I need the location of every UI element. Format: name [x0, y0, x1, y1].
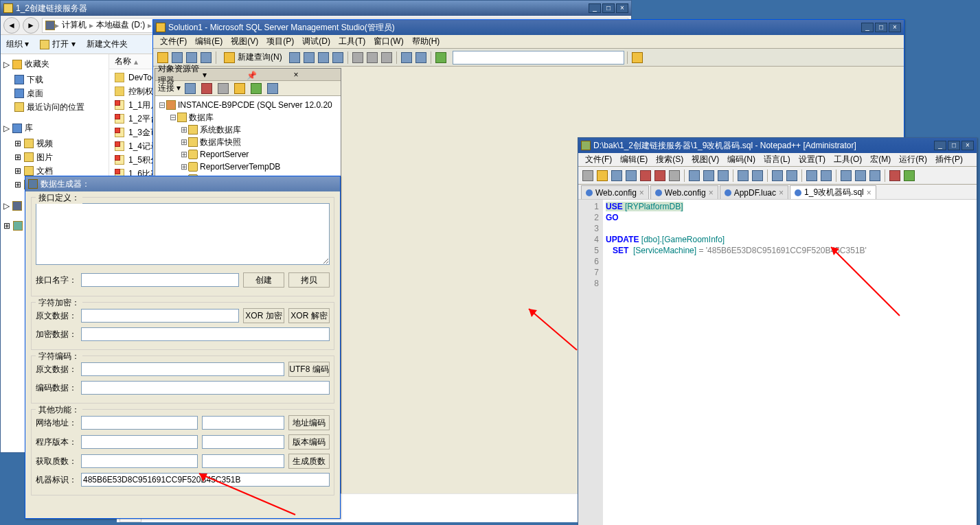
- explorer-titlebar[interactable]: 1_2创建链接服务器 _ □ ×: [1, 1, 631, 16]
- pin-icon[interactable]: 📌: [247, 71, 291, 79]
- editor-tab[interactable]: Web.config×: [650, 185, 718, 199]
- copy-icon[interactable]: [365, 51, 379, 65]
- editor-tab[interactable]: Web.config×: [581, 185, 649, 199]
- close-button[interactable]: ×: [961, 141, 974, 150]
- expand-icon[interactable]: ⊟: [158, 99, 166, 111]
- fav-desktop[interactable]: 桌面: [3, 86, 106, 100]
- maximize-button[interactable]: □: [602, 3, 615, 13]
- close-button[interactable]: ×: [616, 3, 628, 13]
- plain2-input[interactable]: [81, 362, 284, 376]
- wordwrap-icon[interactable]: [839, 169, 853, 183]
- minimize-button[interactable]: _: [589, 3, 601, 13]
- maximize-button[interactable]: □: [875, 23, 887, 32]
- menu-view[interactable]: 视图(V): [227, 34, 262, 49]
- save-icon[interactable]: [185, 51, 198, 65]
- closeall-icon[interactable]: [653, 169, 667, 183]
- interface-textarea[interactable]: [36, 203, 330, 265]
- replace-icon[interactable]: [785, 169, 799, 183]
- menu-project[interactable]: 项目(P): [262, 34, 298, 49]
- encoded-input[interactable]: [81, 381, 330, 395]
- snapshots-node[interactable]: 数据库快照: [200, 136, 241, 148]
- dropdown-icon[interactable]: ▾: [203, 70, 247, 80]
- open-icon[interactable]: [170, 51, 184, 65]
- menu-settings[interactable]: 设置(T): [795, 152, 830, 167]
- menu-edit[interactable]: 编辑(E): [191, 34, 227, 49]
- close-panel-icon[interactable]: ×: [294, 70, 339, 80]
- prime-button[interactable]: 生成质数: [288, 454, 330, 469]
- sysdb-node[interactable]: 系统数据库: [200, 124, 241, 136]
- expand-icon[interactable]: ⊞: [180, 148, 188, 161]
- saveall-icon[interactable]: [624, 169, 638, 183]
- cut-icon[interactable]: [687, 169, 701, 183]
- filter-icon[interactable]: [233, 82, 247, 95]
- analysis-query-icon[interactable]: [302, 51, 316, 65]
- back-button[interactable]: ◄: [3, 17, 20, 34]
- new-project-icon[interactable]: [156, 51, 170, 65]
- version-input[interactable]: [81, 435, 198, 449]
- server-node[interactable]: INSTANCE-B9PCDE (SQL Server 12.0.20: [178, 99, 332, 111]
- tab-close-icon[interactable]: ×: [709, 188, 714, 198]
- tab-close-icon[interactable]: ×: [779, 188, 784, 198]
- menu-encoding[interactable]: 编码(N): [723, 152, 760, 167]
- crumb-computer[interactable]: 计算机: [59, 19, 89, 31]
- new-query-button[interactable]: 新建查询(N): [219, 51, 287, 65]
- url-input[interactable]: [81, 416, 198, 430]
- db-reportserver[interactable]: ReportServer: [200, 148, 249, 161]
- ssms-titlebar[interactable]: Solution1 - Microsoft SQL Server Managem…: [153, 20, 904, 35]
- crumb-drive[interactable]: 本地磁盘 (D:): [93, 19, 148, 31]
- play-icon[interactable]: [902, 169, 916, 183]
- minimize-button[interactable]: _: [861, 23, 874, 32]
- version-out-input[interactable]: [202, 435, 284, 449]
- menu-tools[interactable]: 工具(T): [334, 34, 369, 49]
- fav-recent[interactable]: 最近访问的位置: [3, 100, 106, 114]
- print-icon[interactable]: [668, 169, 681, 183]
- xor-encrypt-button[interactable]: XOR 加密: [243, 308, 284, 323]
- undo-icon[interactable]: [400, 51, 413, 65]
- expand-icon[interactable]: ⊞: [180, 136, 188, 148]
- paste-icon[interactable]: [716, 169, 730, 183]
- version-encode-button[interactable]: 版本编码: [288, 434, 330, 450]
- libraries-header[interactable]: 库: [25, 122, 33, 134]
- menu-window[interactable]: 窗口(W): [369, 34, 407, 49]
- menu-run[interactable]: 运行(R): [895, 152, 931, 167]
- redo-icon[interactable]: [751, 169, 764, 183]
- organize-button[interactable]: 组织 ▾: [6, 38, 29, 50]
- stop-icon[interactable]: [216, 82, 230, 95]
- undo-icon[interactable]: [736, 169, 750, 183]
- prime-input[interactable]: [81, 454, 198, 468]
- datagen-titlebar[interactable]: 数据生成器：: [25, 176, 340, 191]
- tab-close-icon[interactable]: ×: [639, 188, 644, 198]
- menu-file[interactable]: 文件(F): [156, 34, 191, 49]
- menu-debug[interactable]: 调试(D): [298, 34, 334, 49]
- connect-icon[interactable]: [183, 82, 197, 95]
- npp-titlebar[interactable]: D:\bak\1_2创建链接服务器\1_9改机器码.sql - Notepad+…: [578, 138, 977, 153]
- lib-videos[interactable]: ⊞视频: [3, 137, 106, 150]
- menu-view[interactable]: 视图(V): [687, 152, 723, 167]
- utf8-button[interactable]: UTF8 编码: [288, 362, 330, 377]
- prime-out-input[interactable]: [202, 454, 284, 468]
- save-icon[interactable]: [610, 169, 624, 183]
- search-icon[interactable]: [266, 82, 280, 95]
- editor-tab[interactable]: AppDF.luac×: [720, 185, 788, 199]
- close-button[interactable]: ×: [889, 23, 901, 32]
- lib-pictures[interactable]: ⊞图片: [3, 150, 106, 164]
- code-editor[interactable]: 12345678 USE [RYPlatformDB] GO UPDATE [d…: [578, 200, 977, 525]
- minimize-button[interactable]: _: [934, 141, 946, 150]
- database-dropdown[interactable]: [453, 51, 624, 65]
- machine-input[interactable]: [81, 473, 330, 487]
- menu-tools[interactable]: 工具(O): [830, 152, 866, 167]
- encrypted-input[interactable]: [81, 327, 330, 341]
- save-all-icon[interactable]: [199, 51, 213, 65]
- copy-icon[interactable]: [702, 169, 716, 183]
- new-icon[interactable]: [581, 169, 595, 183]
- url-out-input[interactable]: [202, 416, 284, 430]
- open-button[interactable]: 打开 ▾: [40, 38, 75, 50]
- mdx-query-icon[interactable]: [317, 51, 330, 65]
- redo-icon[interactable]: [414, 51, 428, 65]
- url-encode-button[interactable]: 地址编码: [288, 415, 330, 430]
- execute-icon[interactable]: [434, 51, 448, 65]
- tab-close-icon[interactable]: ×: [867, 188, 871, 198]
- fav-downloads[interactable]: 下载: [3, 73, 106, 86]
- favorites-header[interactable]: 收藏夹: [25, 58, 49, 70]
- databases-node[interactable]: 数据库: [189, 111, 214, 124]
